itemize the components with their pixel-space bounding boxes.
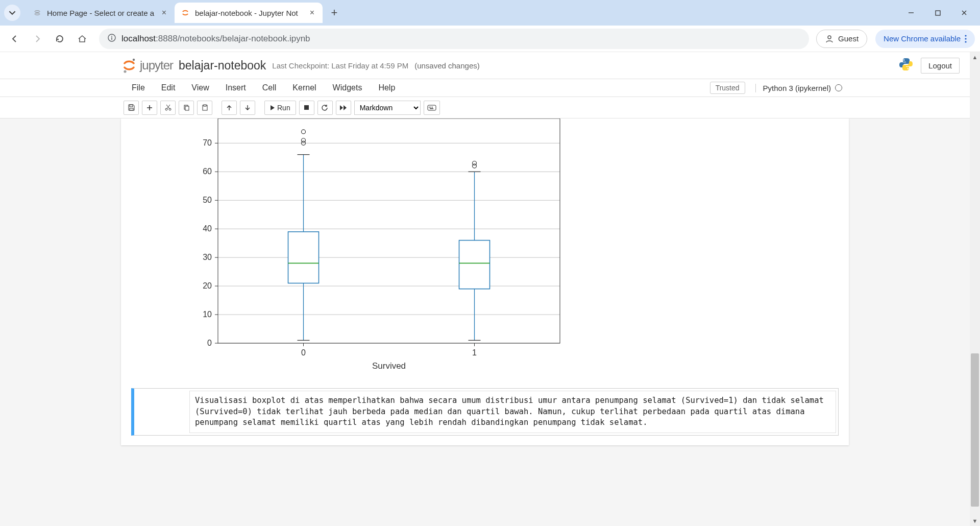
- close-icon[interactable]: ×: [308, 8, 316, 17]
- boxplot-output: 01020304050607001Survived: [121, 118, 849, 384]
- forward-button[interactable]: [28, 29, 47, 49]
- svg-text:Survived: Survived: [372, 361, 406, 371]
- move-down-button[interactable]: [240, 101, 255, 115]
- copy-button[interactable]: [179, 101, 194, 115]
- svg-text:50: 50: [203, 196, 212, 204]
- maximize-button[interactable]: [926, 4, 949, 21]
- url-text: localhost:8888/notebooks/belajar-noteboo…: [121, 34, 310, 44]
- svg-rect-3: [936, 11, 940, 15]
- svg-point-9: [965, 38, 966, 39]
- close-icon[interactable]: ×: [160, 8, 168, 17]
- browser-toolbar: localhost:8888/notebooks/belajar-noteboo…: [0, 26, 980, 52]
- svg-text:0: 0: [301, 348, 306, 357]
- unsaved-text: (unsaved changes): [414, 61, 480, 70]
- notebook-name[interactable]: belajar-notebook: [179, 59, 266, 73]
- svg-text:30: 30: [203, 253, 212, 261]
- command-palette-button[interactable]: [424, 101, 440, 115]
- restart-run-all-button[interactable]: [336, 101, 351, 115]
- svg-point-61: [302, 138, 306, 142]
- close-window-button[interactable]: [952, 4, 976, 21]
- svg-rect-20: [185, 106, 189, 110]
- svg-rect-24: [428, 105, 436, 110]
- jupyter-favicon: [33, 8, 42, 17]
- svg-text:0: 0: [207, 339, 212, 347]
- menu-view[interactable]: View: [183, 80, 217, 95]
- restart-button[interactable]: [317, 101, 333, 115]
- page-scrollbar[interactable]: ▲ ▼: [970, 52, 980, 526]
- svg-point-5: [111, 36, 112, 37]
- svg-rect-53: [218, 118, 560, 343]
- add-cell-button[interactable]: [142, 101, 157, 115]
- menu-cell[interactable]: Cell: [254, 80, 285, 95]
- svg-point-0: [35, 11, 40, 13]
- interrupt-button[interactable]: [299, 101, 314, 115]
- cut-button[interactable]: [160, 101, 176, 115]
- svg-point-62: [302, 130, 306, 134]
- jupyter-toolbar: Run Markdown: [0, 97, 970, 118]
- svg-rect-6: [111, 37, 112, 40]
- menu-widgets[interactable]: Widgets: [325, 80, 371, 95]
- minimize-button[interactable]: [899, 4, 923, 21]
- address-bar[interactable]: localhost:8888/notebooks/belajar-noteboo…: [99, 29, 809, 49]
- cell-type-select[interactable]: Markdown: [354, 101, 421, 115]
- jupyter-favicon: [181, 8, 190, 17]
- menu-edit[interactable]: Edit: [153, 80, 184, 95]
- svg-point-1: [35, 13, 40, 15]
- home-button[interactable]: [72, 29, 92, 49]
- browser-tab-active[interactable]: belajar-notebook - Jupyter Not ×: [175, 3, 323, 23]
- boxplot-chart: 01020304050607001Survived: [182, 118, 570, 379]
- markdown-text[interactable]: Visualisasi boxplot di atas memperlihatk…: [189, 391, 836, 433]
- svg-text:60: 60: [203, 167, 212, 176]
- menu-insert[interactable]: Insert: [217, 80, 254, 95]
- svg-point-10: [965, 41, 966, 42]
- paste-button[interactable]: [197, 101, 212, 115]
- checkpoint-text: Last Checkpoint: Last Friday at 4:59 PM: [272, 61, 408, 70]
- svg-text:20: 20: [203, 281, 212, 290]
- trusted-button[interactable]: Trusted: [710, 82, 745, 94]
- new-tab-button[interactable]: +: [326, 4, 343, 21]
- svg-rect-25: [429, 107, 430, 108]
- notebook-body[interactable]: 01020304050607001Survived Visualisasi bo…: [0, 118, 970, 526]
- back-button[interactable]: [5, 29, 24, 49]
- svg-rect-23: [304, 105, 309, 110]
- svg-text:1: 1: [472, 348, 477, 357]
- move-up-button[interactable]: [222, 101, 237, 115]
- tab-search-dropdown[interactable]: [4, 5, 20, 21]
- svg-point-14: [908, 68, 909, 69]
- menu-help[interactable]: Help: [370, 80, 403, 95]
- svg-point-7: [828, 36, 831, 39]
- run-button[interactable]: Run: [264, 101, 296, 115]
- svg-rect-28: [430, 108, 433, 109]
- browser-tab-strip: Home Page - Select or create a × belajar…: [0, 0, 980, 26]
- reload-button[interactable]: [50, 29, 69, 49]
- kernel-idle-icon: [835, 84, 842, 91]
- logout-button[interactable]: Logout: [921, 58, 960, 74]
- save-button[interactable]: [124, 101, 139, 115]
- profile-label: Guest: [838, 34, 859, 43]
- svg-text:10: 10: [203, 310, 212, 319]
- svg-rect-16: [130, 108, 133, 110]
- markdown-cell-selected[interactable]: Visualisasi boxplot di atas memperlihatk…: [131, 388, 839, 436]
- jupyter-logo[interactable]: jupyter: [122, 58, 173, 73]
- profile-button[interactable]: Guest: [816, 30, 867, 48]
- chrome-update-button[interactable]: New Chrome available: [875, 30, 975, 48]
- svg-point-13: [903, 59, 904, 60]
- scroll-thumb[interactable]: [971, 353, 979, 507]
- scroll-down-arrow[interactable]: ▼: [970, 516, 980, 526]
- site-info-icon[interactable]: [107, 33, 116, 44]
- notebook-container: 01020304050607001Survived Visualisasi bo…: [121, 118, 849, 445]
- jupyter-page: jupyter belajar-notebook Last Checkpoint…: [0, 52, 970, 526]
- svg-rect-58: [288, 232, 319, 283]
- svg-point-8: [965, 35, 966, 36]
- menu-kernel[interactable]: Kernel: [284, 80, 324, 95]
- browser-tab-inactive[interactable]: Home Page - Select or create a ×: [27, 3, 175, 23]
- jupyter-header: jupyter belajar-notebook Last Checkpoint…: [0, 52, 970, 79]
- scroll-up-arrow[interactable]: ▲: [970, 52, 980, 62]
- kernel-indicator[interactable]: Python 3 (ipykernel): [755, 84, 842, 92]
- svg-point-11: [133, 59, 135, 61]
- menu-file[interactable]: File: [124, 80, 153, 95]
- svg-point-12: [124, 70, 126, 73]
- svg-point-72: [473, 161, 477, 165]
- svg-rect-22: [204, 105, 206, 106]
- run-label: Run: [277, 104, 290, 112]
